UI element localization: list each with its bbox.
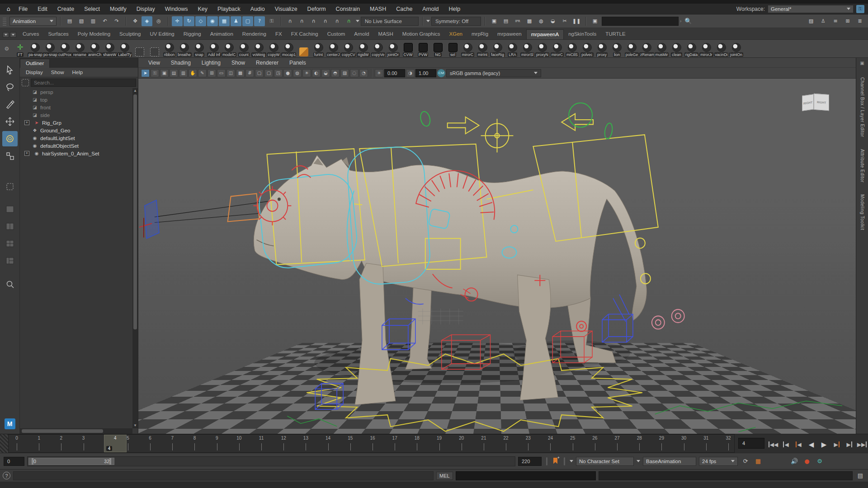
- right-tab-attribute-editor[interactable]: Attribute Editor: [860, 149, 865, 183]
- playback-loop-icon[interactable]: ⟳: [741, 457, 750, 466]
- menu-help[interactable]: Help: [444, 4, 466, 14]
- script-editor-icon[interactable]: ▤: [855, 471, 865, 480]
- open-scene-icon[interactable]: ▧: [76, 16, 87, 26]
- rig-control-plane[interactable]: [139, 200, 159, 239]
- scale-tool[interactable]: [2, 148, 18, 164]
- chevron-down-icon[interactable]: [637, 460, 640, 462]
- snap-to-projected-center-icon[interactable]: ∩: [320, 16, 331, 26]
- menu-select[interactable]: Select: [79, 4, 105, 14]
- image-plane-icon[interactable]: ▥: [179, 69, 188, 77]
- outliner-title-tab[interactable]: Outliner: [20, 59, 50, 68]
- play-backwards-button[interactable]: ◀: [805, 439, 817, 450]
- menu-mash[interactable]: MASH: [365, 4, 391, 14]
- bookmarks-icon[interactable]: ▤: [170, 69, 178, 77]
- view-cube-right-face[interactable]: RIGHT: [814, 94, 829, 111]
- shelf-button-proxyN[interactable]: proxyN: [535, 41, 550, 57]
- texture-view-icon[interactable]: ✂: [559, 16, 570, 26]
- shelf-button-polvec[interactable]: polvec: [580, 41, 594, 57]
- scroll-up-icon[interactable]: ▲: [132, 88, 138, 94]
- go-to-end-button[interactable]: ▶▶: [856, 439, 868, 450]
- snap-to-point-icon[interactable]: ∩: [308, 16, 319, 26]
- menu-visualize[interactable]: Visualize: [270, 4, 302, 14]
- shelf-button-breathe[interactable]: breathe: [177, 41, 192, 57]
- time-slider[interactable]: 0123456789101112131415161718192021222324…: [8, 434, 735, 453]
- display-render-globals-icon[interactable]: ◍: [536, 16, 547, 26]
- shelf-button-zRenam[interactable]: zRenam: [639, 41, 654, 57]
- expand-icon[interactable]: +: [24, 120, 29, 125]
- open-render-view-icon[interactable]: ▣: [489, 16, 500, 26]
- redo-icon[interactable]: ↷: [111, 16, 122, 26]
- exposure-field[interactable]: 0.00: [384, 69, 405, 77]
- screen-space-ao-icon[interactable]: ◒: [321, 69, 330, 77]
- joint-xray-icon[interactable]: ♟: [231, 16, 241, 26]
- right-tab-channel-box-layer-editor[interactable]: Channel Box / Layer Editor: [860, 77, 865, 137]
- show-modeling-toolkit-icon[interactable]: ▨: [806, 16, 816, 26]
- chevron-down-icon[interactable]: [570, 460, 573, 462]
- shelf-button-LabelTy[interactable]: LabelTy: [117, 41, 132, 57]
- current-frame-field[interactable]: [738, 438, 764, 449]
- ipr-render-icon[interactable]: IPR: [512, 16, 523, 26]
- shelf-button-faceRig[interactable]: faceRig: [490, 41, 505, 57]
- viewport-menu-lighting[interactable]: Lighting: [196, 60, 226, 66]
- snap-move-icon[interactable]: ✛: [172, 16, 183, 26]
- grip-handle[interactable]: [3, 17, 6, 26]
- shelf-button-count[interactable]: count: [236, 41, 251, 57]
- move-tool[interactable]: [2, 114, 18, 129]
- animation-end-field[interactable]: [518, 457, 542, 466]
- animation-preferences-icon[interactable]: ⚙: [815, 457, 825, 466]
- snap-to-view-plane-icon[interactable]: ∩: [332, 16, 343, 26]
- go-to-start-button[interactable]: ◀◀: [767, 439, 779, 450]
- undo-icon[interactable]: ↶: [99, 16, 110, 26]
- shelf-button-copyCV[interactable]: copyCV: [341, 41, 356, 57]
- new-scene-icon[interactable]: ▤: [64, 16, 75, 26]
- lasso-tool[interactable]: [2, 80, 18, 95]
- snap-scale-icon[interactable]: ◇: [195, 16, 206, 26]
- reflection-icon[interactable]: ▦: [219, 16, 230, 26]
- shelf-button-poleGe[interactable]: poleGe: [624, 41, 639, 57]
- outliner-item-persp[interactable]: ◪persp: [20, 88, 132, 96]
- two-d-pan-zoom-icon[interactable]: ✋: [189, 69, 197, 77]
- shelf-button-rigidW[interactable]: rigidW: [356, 41, 371, 57]
- menu-edit[interactable]: Edit: [33, 4, 52, 14]
- gate-mask-icon[interactable]: ▩: [236, 69, 245, 77]
- menu-create[interactable]: Create: [52, 4, 80, 14]
- playblast-toggle-icon[interactable]: ▢: [242, 16, 253, 26]
- toon-shader-icon[interactable]: ◒: [547, 16, 558, 26]
- shelf-button-snap[interactable]: snap: [192, 41, 207, 57]
- outliner-item-defaultlightset[interactable]: ◉defaultLightSet: [20, 134, 132, 142]
- right-tab-modeling-toolkit[interactable]: Modeling Toolkit: [860, 194, 865, 230]
- shelf-button-cutProx[interactable]: cutProx: [57, 41, 72, 57]
- shelf-button-rigData[interactable]: rigData: [684, 41, 699, 57]
- command-line-input[interactable]: [456, 471, 596, 480]
- shaded-mode-icon[interactable]: ●: [283, 69, 292, 77]
- shelf-tab-ngskintools[interactable]: ngSkinTools: [564, 29, 601, 39]
- select-by-object-type-icon[interactable]: ◈: [142, 16, 152, 26]
- shelf-tab-fx-caching[interactable]: FX Caching: [287, 29, 323, 39]
- help-toggle-icon[interactable]: ?: [254, 16, 265, 26]
- shelf-button-clean[interactable]: clean: [669, 41, 684, 57]
- shelf-tab-custom[interactable]: Custom: [323, 29, 350, 39]
- outliner-vertical-scrollbar[interactable]: ▲ ▼: [132, 88, 138, 428]
- shelf-button-po-snap[interactable]: po-snap: [42, 41, 57, 57]
- shelf-button-mirorC[interactable]: mirorC: [550, 41, 565, 57]
- view-cube[interactable]: RIGHT RIGHT: [802, 91, 831, 115]
- expand-icon[interactable]: +: [24, 151, 29, 156]
- shelf-button-centerJ[interactable]: centerJ: [326, 41, 341, 57]
- symmetry-field[interactable]: Symmetry: Off: [431, 17, 481, 26]
- shelf-button-vacinDi[interactable]: vacinDi: [714, 41, 729, 57]
- shelf-button-jointOn[interactable]: jointOn: [729, 41, 744, 57]
- select-by-hierarchy-icon[interactable]: ✥: [130, 16, 141, 26]
- isolate-select-icon[interactable]: ◌: [350, 69, 359, 77]
- menu-set-select[interactable]: Animation: [9, 17, 57, 26]
- animation-start-field[interactable]: [4, 457, 24, 466]
- lock-camera-icon[interactable]: ⚿: [151, 69, 159, 77]
- shelf-button-lion[interactable]: lion: [609, 41, 624, 57]
- quick-selection-input[interactable]: [602, 17, 679, 26]
- shelf-button-mocap1[interactable]: mocap1: [281, 41, 296, 57]
- viewport-panel[interactable]: ViewShadingLightingShowRendererPanels ➤⚿…: [138, 58, 856, 434]
- show-attribute-editor-icon[interactable]: ≣: [854, 16, 865, 26]
- timeline-grip[interactable]: [0, 434, 8, 453]
- panel-strip-icon[interactable]: ▣: [860, 61, 864, 66]
- safe-action-icon[interactable]: ▢: [255, 69, 264, 77]
- use-all-lights-icon[interactable]: ☀: [302, 69, 311, 77]
